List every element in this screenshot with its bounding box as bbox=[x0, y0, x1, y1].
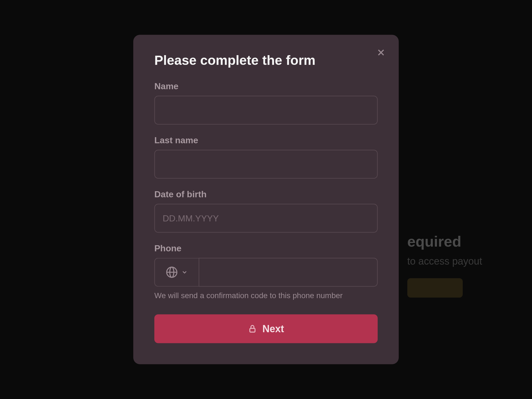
phone-row bbox=[154, 258, 378, 287]
next-button[interactable]: Next bbox=[154, 314, 378, 343]
phone-label: Phone bbox=[154, 243, 378, 254]
close-icon bbox=[377, 48, 385, 57]
dob-input[interactable] bbox=[154, 204, 378, 233]
country-code-selector[interactable] bbox=[154, 258, 199, 287]
phone-helper-text: We will send a confirmation code to this… bbox=[154, 291, 378, 300]
phone-input[interactable] bbox=[199, 258, 378, 287]
name-field-group: Name bbox=[154, 81, 378, 125]
dob-field-group: Date of birth bbox=[154, 189, 378, 233]
name-input[interactable] bbox=[154, 96, 378, 125]
lastname-field-group: Last name bbox=[154, 135, 378, 179]
background-panel: equired to access payout bbox=[407, 233, 482, 299]
name-label: Name bbox=[154, 81, 378, 91]
close-button[interactable] bbox=[374, 46, 388, 59]
background-title: equired bbox=[407, 233, 482, 250]
globe-icon bbox=[166, 266, 178, 278]
lock-icon bbox=[248, 324, 257, 333]
svg-rect-5 bbox=[250, 328, 255, 332]
form-modal: Please complete the form Name Last name … bbox=[133, 35, 399, 364]
lastname-input[interactable] bbox=[154, 150, 378, 179]
background-button-blur bbox=[407, 278, 463, 298]
next-button-label: Next bbox=[262, 323, 284, 335]
modal-title: Please complete the form bbox=[154, 53, 378, 68]
lastname-label: Last name bbox=[154, 135, 378, 145]
chevron-down-icon bbox=[181, 269, 188, 276]
dob-label: Date of birth bbox=[154, 189, 378, 200]
phone-field-group: Phone We will send a confirmation code t… bbox=[154, 243, 378, 300]
background-subtitle: to access payout bbox=[407, 255, 482, 267]
